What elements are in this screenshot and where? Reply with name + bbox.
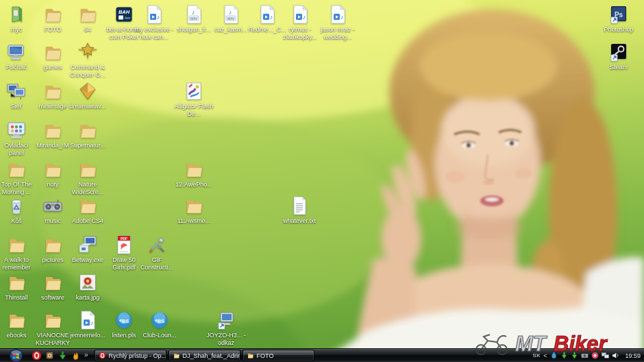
taskbar-buttons: Rychlý prístup - Op...DJ_Shah_feat._Adri…	[95, 350, 314, 361]
shortcut-icon	[215, 309, 237, 331]
icon-label: karta.jpg	[67, 294, 108, 302]
txt-icon	[288, 195, 310, 217]
icon-label: Photoshop	[598, 26, 639, 34]
desktop-icon-caz-kasm[interactable]: ♪WAVcaz_kasm...	[210, 3, 251, 34]
desktop-icon-sie[interactable]: Sieť	[0, 80, 37, 110]
icon-label: JOYZO-H3... - odkaz	[206, 332, 247, 347]
quick-launch-chevron[interactable]: »	[84, 351, 88, 359]
language-indicator[interactable]: SK	[533, 352, 541, 359]
desktop-icon-club-loun[interactable]: BSClub-Loun...	[139, 309, 180, 339]
torrent-tray-icon[interactable]	[549, 351, 558, 360]
taskbar-button-rychl-pr-stup-op[interactable]: Rychlý prístup - Op...	[95, 350, 166, 361]
desktop[interactable]: mycFOTO64BAHkerbet-at-home. com Poker♪my…	[0, 0, 644, 362]
alligator-icon	[183, 80, 205, 102]
icon-label: 12.AwePho...	[173, 181, 214, 189]
cnc-icon	[77, 41, 99, 63]
quick-launch-bar	[32, 350, 81, 361]
folder-icon	[5, 158, 27, 180]
media-icon: ♪	[77, 309, 99, 331]
media-player-quicklaunch[interactable]	[45, 350, 55, 361]
photoshop-icon: Ps	[608, 3, 630, 25]
desktop-icon-ebooks[interactable]: ebooks	[0, 309, 37, 339]
folder-icon	[5, 234, 27, 256]
icon-label: Supernatur...	[67, 142, 108, 149]
icon-label: Command & Conquer G...	[67, 64, 108, 79]
desktop-icon-jemnemelo[interactable]: ♪jemnemelo...	[67, 309, 108, 339]
taskbar-button-label: DJ_Shah_feat._Adrin...	[183, 352, 240, 359]
folder-icon	[183, 195, 205, 217]
desktop-icon-command-conquer-g[interactable]: Command & Conquer G...	[67, 41, 108, 79]
icon-label: Nature WideScre...	[67, 181, 108, 196]
desktop-icon-thinstall[interactable]: Thinstall	[0, 272, 37, 302]
winamp-quicklaunch[interactable]	[71, 350, 81, 361]
folder-icon	[77, 195, 99, 217]
folder-icon	[42, 158, 64, 180]
media-tray-icon[interactable]	[591, 351, 599, 360]
icon-label: Steam	[598, 64, 639, 71]
tray-icons	[549, 351, 620, 360]
desktop-icon-supernatur[interactable]: Supernatur...	[67, 119, 108, 149]
download-manager-quicklaunch[interactable]	[58, 350, 68, 361]
icon-label: 11.Awsme...	[173, 217, 214, 225]
device-tray-icon[interactable]	[580, 351, 589, 360]
taskbar: » Rychlý prístup - Op...DJ_Shah_feat._Ad…	[0, 348, 644, 362]
wav-icon: ♪WAV	[220, 3, 242, 25]
svg-text:ker: ker	[125, 16, 131, 20]
desktop-icon-nature-widescre[interactable]: Nature WideScre...	[67, 158, 108, 196]
icon-label: listen.pls	[103, 332, 145, 339]
desktop-icon-whatever-txt[interactable]: whatever.txt	[279, 195, 320, 225]
opera-quicklaunch[interactable]	[32, 350, 42, 361]
icon-label: myc	[0, 26, 37, 34]
taskbar-button-dj-shah-feat-adrin[interactable]: DJ_Shah_feat._Adrin...	[169, 350, 240, 361]
desktop-icon-alligator-flash-de[interactable]: Alligator Flash De...	[173, 80, 214, 118]
icon-label: Alligator Flash De...	[173, 103, 214, 118]
download-tray-icon-1[interactable]	[560, 351, 569, 360]
icon-label: Sieť	[0, 103, 37, 110]
svg-text:♪: ♪	[192, 9, 195, 16]
music-icon: ♪	[42, 195, 64, 217]
desktop-icon-betway-exe[interactable]: Betway.exe	[67, 234, 108, 264]
taskbar-button-foto[interactable]: FOTO	[243, 350, 314, 361]
volume-tray-icon[interactable]	[611, 351, 620, 360]
desktop-icon-steam[interactable]: Steam	[598, 41, 639, 71]
desktop-icon-myc[interactable]: myc	[0, 3, 37, 34]
desktop-icon-shotgun-fr[interactable]: ♪WAVshotgun_fr...	[173, 3, 214, 34]
desktop-icon-12-awepho[interactable]: 12.AwePho...	[173, 158, 214, 189]
desktop-icon-listen-pls[interactable]: BSlisten.pls	[103, 309, 145, 339]
desktop-icon-my-exclusive-how-can[interactable]: ♪my exclusive - how can...	[134, 3, 175, 41]
desktop-icon-top-of-the-morning[interactable]: Top Of The Morning ...	[0, 158, 37, 196]
desktop-icon-ovl-dac-panel[interactable]: Ovládací panel	[0, 119, 37, 157]
jpg-icon	[77, 272, 99, 293]
desktop-icon-11-awsme[interactable]: 11.Awsme...	[173, 195, 214, 225]
tray-collapse-chevron[interactable]: <	[543, 352, 547, 359]
desktop-icon-photoshop[interactable]: PsPhotoshop	[598, 3, 639, 34]
desktop-icon-k[interactable]: Kôš	[0, 195, 37, 225]
clock[interactable]: 19:59	[625, 352, 641, 359]
bah-icon: BAHker	[113, 3, 135, 25]
icon-label: 64	[67, 26, 108, 34]
download-tray-icon-2[interactable]	[570, 351, 579, 360]
svg-text:WAV: WAV	[227, 16, 235, 21]
start-button[interactable]	[9, 348, 23, 362]
pdf-icon: PDF	[113, 234, 135, 256]
desktop-icon-jason-mraz-wedding[interactable]: ♪jason mraz - wedding...	[317, 3, 358, 41]
desktop-icon-64[interactable]: 64	[67, 3, 108, 34]
icon-label: Thinstall	[0, 294, 37, 302]
desktop-icon-gif-constructi[interactable]: GIF Constructi...	[136, 234, 177, 272]
screen: { "desktop": { "icons": [ {"label":"myc"…	[0, 0, 644, 362]
svg-text:♪: ♪	[270, 14, 273, 21]
steam-icon	[608, 41, 630, 63]
icon-label: jemnemelo...	[67, 332, 108, 339]
folder-icon	[5, 272, 27, 293]
desktop-icon-po-ta[interactable]: Počítač	[0, 41, 37, 71]
desktop-icon-karta-jpg[interactable]: karta.jpg	[67, 272, 108, 302]
desktop-icon-rytmus-zlatokopky[interactable]: ♪rytmus - zlatokopky...	[280, 3, 321, 41]
network-tray-icon[interactable]	[601, 351, 610, 360]
desktop-icon-dreamweav[interactable]: dreamweav...	[67, 80, 108, 110]
svg-text:♪: ♪	[229, 9, 232, 16]
desktop-icon-adobe-cs4[interactable]: Adobe CS4	[67, 195, 108, 225]
folder-icon	[42, 80, 64, 102]
desktop-icon-joyzo-h3-odkaz[interactable]: JOYZO-H3... - odkaz	[206, 309, 247, 347]
icon-label: Club-Loun...	[139, 332, 180, 339]
desktop-icon-a-walk-to-remember[interactable]: A walk to remember	[0, 234, 37, 272]
